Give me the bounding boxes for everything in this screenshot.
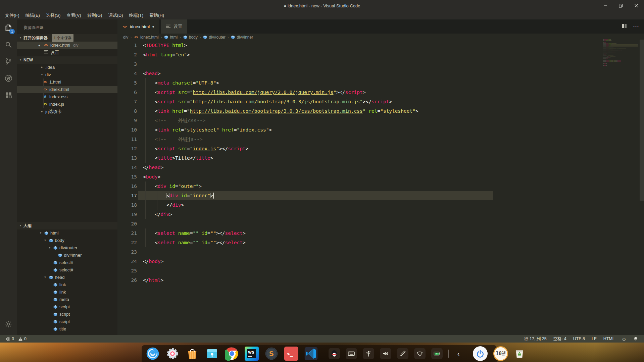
notifications-bell-icon[interactable]	[631, 335, 640, 343]
breadcrumb-item-html[interactable]: html	[164, 35, 178, 40]
outline-item-select#[interactable]: select#	[17, 266, 117, 274]
tray-wifi-icon[interactable]	[414, 348, 426, 359]
outline-item-html[interactable]: ▼html	[17, 229, 117, 237]
breadcrumb-item-div[interactable]: div	[123, 35, 128, 40]
code-line[interactable]: 24</body>	[117, 257, 602, 266]
code-line[interactable]: 20	[117, 219, 602, 228]
code-editor[interactable]: 1<!DOCTYPE html>2<html lang="en">34<head…	[117, 41, 602, 335]
code-line[interactable]: 15<body>	[117, 172, 602, 182]
code-line[interactable]: 7 <script src="http://libs.baidu.com/boo…	[117, 97, 602, 106]
clock-widget[interactable]: 1018PM	[493, 346, 508, 361]
activitybar-search[interactable]	[0, 36, 17, 53]
tray-volume-icon[interactable]	[380, 348, 391, 359]
open-editor-item[interactable]: 设置	[17, 49, 117, 56]
tab-设置[interactable]: 设置	[161, 19, 187, 34]
code-line[interactable]: 2<html lang="en">	[117, 50, 602, 59]
menu-item-H[interactable]: 帮助(H)	[146, 11, 167, 19]
scrollbar[interactable]	[640, 40, 644, 201]
status-cursor-position[interactable]: 行 17, 列 25	[522, 335, 549, 343]
menu-item-G[interactable]: 转到(G)	[84, 11, 105, 19]
errors-indicator[interactable]: 0	[4, 335, 16, 343]
code-line[interactable]: 26</html>	[117, 275, 602, 285]
outline-item-script[interactable]: script	[17, 311, 117, 318]
code-line[interactable]: 23	[117, 247, 602, 257]
menu-item-D[interactable]: 调试(D)	[105, 11, 126, 19]
activitybar-debug[interactable]	[0, 70, 17, 87]
outline-item-div#inner[interactable]: div#inner	[17, 252, 117, 259]
outline-item-link[interactable]: link	[17, 289, 117, 296]
code-line[interactable]: 6 <script src="http://libs.baidu.com/jqu…	[117, 88, 602, 97]
activitybar-explorer[interactable]: 1	[0, 19, 17, 36]
dock-app-webstorm[interactable]: WS	[245, 347, 259, 361]
activitybar-source-control[interactable]	[0, 53, 17, 70]
outline-item-script[interactable]: script	[17, 303, 117, 311]
code-line[interactable]: 16 <div id="outer">	[117, 182, 602, 191]
code-line[interactable]: 8 <link href="http://libs.baidu.com/boot…	[117, 106, 602, 116]
code-line[interactable]: 18 </div>	[117, 200, 602, 210]
dock-app-sublime-text[interactable]: S	[264, 347, 279, 361]
warnings-indicator[interactable]: 0	[16, 335, 29, 343]
outline-item-body[interactable]: ▼body	[17, 237, 117, 244]
status-eol[interactable]: LF	[590, 335, 599, 343]
open-editors-header[interactable]: ▼ 打开的编辑器 1 个未保存	[17, 34, 117, 42]
split-editor-icon[interactable]	[622, 23, 627, 30]
dock-app-vscode[interactable]	[304, 347, 318, 361]
code-line[interactable]: 13 <title>Title</title>	[117, 153, 602, 163]
minimap[interactable]	[602, 40, 640, 107]
tree-file-idnex.html[interactable]: <>idnex.html	[17, 86, 117, 93]
menu-item-F[interactable]: 文件(F)	[2, 11, 22, 19]
open-editor-item[interactable]: ●<>idnex.htmldiv	[17, 42, 117, 49]
code-line[interactable]: 14</head>	[117, 163, 602, 172]
more-actions-icon[interactable]: ⋯	[633, 23, 639, 30]
breadcrumb-item-idnex.html[interactable]: <>idnex.html	[134, 35, 159, 40]
outline-item-select#[interactable]: select#	[17, 259, 117, 266]
outline-item-head[interactable]: ▼head	[17, 274, 117, 281]
minimize-button[interactable]	[598, 0, 613, 11]
menu-item-S[interactable]: 选择(S)	[43, 11, 63, 19]
activitybar-settings-gear[interactable]	[0, 316, 17, 332]
tree-folder-.idea[interactable]: ►.idea	[17, 64, 117, 71]
code-line[interactable]: 17 <div id="inner">	[117, 191, 602, 200]
shutdown-button[interactable]	[473, 346, 488, 361]
code-line[interactable]: 1<!DOCTYPE html>	[117, 41, 602, 50]
outline-item-title[interactable]: title	[17, 325, 117, 333]
code-line[interactable]: 21 <select name="" id=""></select>	[117, 228, 602, 238]
code-line[interactable]: 5 <meta charset="UTF-8">	[117, 78, 602, 88]
menu-item-T[interactable]: 终端(T)	[126, 11, 146, 19]
tree-file-1.html[interactable]: <>1.html	[17, 79, 117, 86]
code-line[interactable]: 12 <script src="index.js"></script>	[117, 144, 602, 153]
dock-app-file-manager[interactable]	[205, 347, 219, 361]
outline-item-div#outer[interactable]: ▼div#outer	[17, 244, 117, 252]
dock-app-terminal[interactable]: >_	[284, 347, 298, 361]
dock-app-deepin-launcher[interactable]	[146, 347, 160, 361]
activitybar-extensions[interactable]	[0, 87, 17, 103]
code-line[interactable]: 11 <!-- 外链js-->	[117, 135, 602, 144]
tree-file-index.js[interactable]: JSindex.js	[17, 101, 117, 108]
status-encoding[interactable]: UTF-8	[571, 335, 587, 343]
outline-item-meta[interactable]: meta	[17, 296, 117, 303]
outline-section-header[interactable]: ▼ 大纲	[17, 222, 117, 229]
tab-idnex.html[interactable]: <>idnex.html●	[117, 19, 159, 34]
outline-item-script[interactable]: script	[17, 318, 117, 325]
trash-icon[interactable]	[514, 348, 526, 360]
code-line[interactable]: 19 </div>	[117, 210, 602, 219]
code-line[interactable]: 25	[117, 266, 602, 275]
breadcrumb-item-div#outer[interactable]: div#outer	[203, 35, 225, 40]
breadcrumb-item-div#inner[interactable]: div#inner	[231, 35, 253, 40]
code-line[interactable]: 9 <!-- 外链css-->	[117, 116, 602, 125]
code-line[interactable]: 3	[117, 59, 602, 69]
tree-folder-div[interactable]: ▼div	[17, 71, 117, 79]
tray-qq-icon[interactable]	[329, 348, 340, 359]
code-line[interactable]: 10 <link rel="stylesheet" href="index.cs…	[117, 125, 602, 135]
status-language-mode[interactable]: HTML	[601, 335, 617, 343]
code-line[interactable]: 22 <select name="" id=""></select>	[117, 238, 602, 247]
folder-section-header[interactable]: ▼ NEW	[17, 56, 117, 64]
tray-keyboard-icon[interactable]	[346, 348, 357, 359]
dock-app-chrome[interactable]	[225, 347, 239, 361]
menu-item-E[interactable]: 编辑(E)	[22, 11, 43, 19]
breadcrumb-item-body[interactable]: body	[183, 35, 198, 40]
dock-app-control-center[interactable]	[165, 347, 180, 361]
feedback-smiley-icon[interactable]: ☺	[620, 335, 629, 343]
tree-folder-jq选项卡[interactable]: ►jq选项卡	[17, 108, 117, 115]
outline-item-link[interactable]: link	[17, 281, 117, 289]
